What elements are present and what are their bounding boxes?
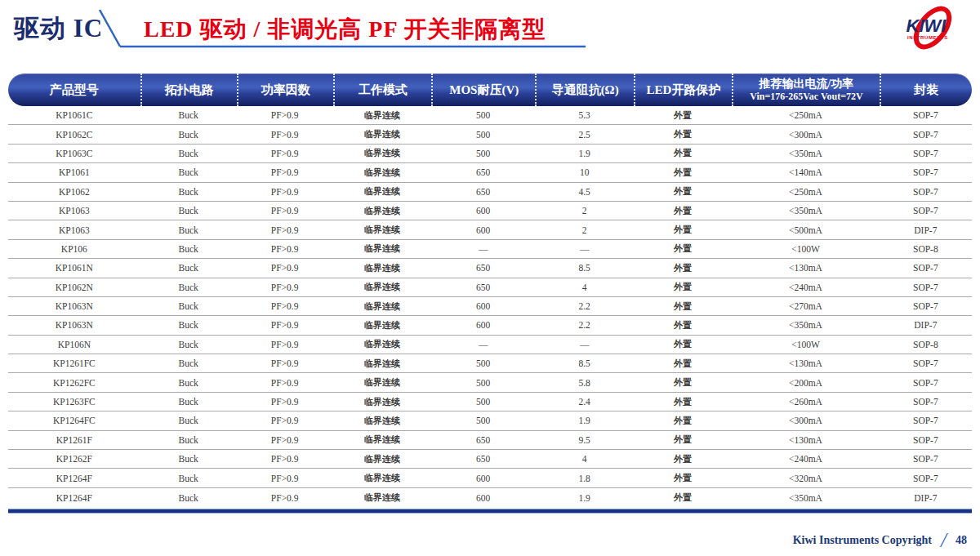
- cell-topology: Buck: [140, 202, 237, 220]
- cell-iout: <250mA: [732, 106, 880, 125]
- cell-ron: 1.9: [535, 488, 633, 507]
- cell-model: KP1062N: [8, 278, 140, 297]
- cell-iout: <350mA: [732, 316, 880, 335]
- cell-package: SOP-7: [880, 106, 972, 125]
- cell-package: SOP-7: [880, 297, 972, 316]
- cell-topology: Buck: [140, 125, 237, 144]
- cell-pf: PF>0.9: [237, 163, 333, 182]
- table-row: KP1061CBuckPF>0.9临界连续5005.3外置<250mASOP-7: [8, 106, 972, 125]
- cell-topology: Buck: [140, 183, 237, 202]
- cell-topology: Buck: [140, 163, 237, 182]
- cell-iout: <300mA: [732, 125, 880, 144]
- cell-package: DIP-7: [880, 488, 972, 507]
- cell-package: SOP-7: [880, 259, 972, 278]
- cell-topology: Buck: [140, 354, 237, 373]
- cell-mode: 临界连续: [333, 183, 431, 202]
- cell-topology: Buck: [140, 220, 237, 239]
- cell-pf: PF>0.9: [237, 259, 333, 278]
- cell-mode: 临界连续: [333, 240, 431, 259]
- cell-mode: 临界连续: [333, 450, 431, 469]
- cell-pf: PF>0.9: [237, 125, 333, 144]
- cell-mosv: 600: [431, 202, 535, 220]
- table-row: KP1062BuckPF>0.9临界连续6504.5外置<250mASOP-7: [8, 183, 972, 202]
- cell-topology: Buck: [140, 469, 237, 487]
- cell-mode: 临界连续: [333, 316, 431, 335]
- cell-model: KP1063C: [8, 145, 140, 163]
- cell-model: KP1264F: [8, 469, 140, 487]
- cell-mosv: 600: [431, 297, 535, 316]
- table-row: KP1062CBuckPF>0.9临界连续5002.5外置<300mASOP-7: [8, 125, 972, 144]
- cell-ron: 2.2: [535, 297, 633, 316]
- cell-package: SOP-7: [880, 125, 972, 144]
- cell-pf: PF>0.9: [237, 411, 333, 430]
- cell-ron: 4: [535, 450, 633, 469]
- cell-topology: Buck: [140, 431, 237, 450]
- cell-pf: PF>0.9: [237, 336, 333, 354]
- cell-ledocp: 外置: [634, 106, 732, 125]
- cell-mosv: 650: [431, 163, 535, 182]
- cell-ledocp: 外置: [634, 316, 732, 335]
- page-footer: Kiwi Instruments Copyright / 48: [793, 530, 967, 550]
- cell-iout: <320mA: [732, 469, 880, 487]
- cell-ron: 2: [535, 202, 633, 220]
- cell-mosv: 500: [431, 145, 535, 163]
- cell-topology: Buck: [140, 145, 237, 163]
- cell-package: DIP-7: [880, 220, 972, 239]
- cell-ledocp: 外置: [634, 431, 732, 450]
- cell-package: SOP-7: [880, 163, 972, 182]
- cell-ron: 8.5: [535, 259, 633, 278]
- cell-pf: PF>0.9: [237, 393, 333, 411]
- cell-mode: 临界连续: [333, 125, 431, 144]
- cell-iout: <240mA: [732, 450, 880, 469]
- cell-mosv: 650: [431, 450, 535, 469]
- cell-ron: 8.5: [535, 354, 633, 373]
- table-head: 产品型号拓扑电路功率因数工作模式MOS耐压(V)导通阻抗(Ω)LED开路保护推荐…: [8, 73, 972, 106]
- cell-mode: 临界连续: [333, 220, 431, 239]
- cell-pf: PF>0.9: [237, 450, 333, 469]
- cell-model: KP1264F: [8, 488, 140, 507]
- cell-ron: 1.9: [535, 145, 633, 163]
- page-number: 48: [956, 534, 967, 547]
- cell-ledocp: 外置: [634, 336, 732, 354]
- cell-mode: 临界连续: [333, 469, 431, 487]
- cell-pf: PF>0.9: [237, 373, 333, 392]
- cell-ledocp: 外置: [634, 450, 732, 469]
- cell-iout: <350mA: [732, 488, 880, 507]
- table-row: KP1263FCBuckPF>0.9临界连续5002.4外置<260mASOP-…: [8, 393, 972, 411]
- cell-model: KP1261FC: [8, 354, 140, 373]
- copyright-text: Kiwi Instruments Copyright: [793, 534, 932, 547]
- cell-ron: 4.5: [535, 183, 633, 202]
- datasheet-page: 驱动 IC LED 驱动 / 非调光高 PF 开关非隔离型 KIWI INSTR…: [0, 0, 980, 556]
- cell-model: KP1061C: [8, 106, 140, 125]
- cell-pf: PF>0.9: [237, 240, 333, 259]
- cell-topology: Buck: [140, 240, 237, 259]
- cell-model: KP1062C: [8, 125, 140, 144]
- cell-iout: <260mA: [732, 393, 880, 411]
- cell-model: KP1062: [8, 183, 140, 202]
- cell-pf: PF>0.9: [237, 316, 333, 335]
- cell-mode: 临界连续: [333, 488, 431, 507]
- cell-ron: 2.4: [535, 393, 633, 411]
- cell-pf: PF>0.9: [237, 431, 333, 450]
- cell-topology: Buck: [140, 373, 237, 392]
- cell-model: KP106N: [8, 336, 140, 354]
- cell-model: KP1264FC: [8, 411, 140, 430]
- cell-pf: PF>0.9: [237, 183, 333, 202]
- cell-mode: 临界连续: [333, 354, 431, 373]
- table-row: KP1063BuckPF>0.9临界连续6002外置<350mASOP-7: [8, 202, 972, 220]
- cell-mosv: 600: [431, 469, 535, 487]
- cell-mosv: 500: [431, 125, 535, 144]
- cell-package: SOP-7: [880, 431, 972, 450]
- column-header-topology: 拓扑电路: [140, 73, 237, 106]
- table-row: KP1062NBuckPF>0.9临界连续6504外置<240mASOP-7: [8, 278, 972, 297]
- cell-mode: 临界连续: [333, 202, 431, 220]
- cell-mosv: 500: [431, 354, 535, 373]
- cell-pf: PF>0.9: [237, 220, 333, 239]
- cell-iout: <500mA: [732, 220, 880, 239]
- cell-pf: PF>0.9: [237, 469, 333, 487]
- cell-ledocp: 外置: [634, 202, 732, 220]
- column-header-mosv: MOS耐压(V): [431, 73, 535, 106]
- cell-ron: 2: [535, 220, 633, 239]
- cell-mode: 临界连续: [333, 163, 431, 182]
- cell-mode: 临界连续: [333, 259, 431, 278]
